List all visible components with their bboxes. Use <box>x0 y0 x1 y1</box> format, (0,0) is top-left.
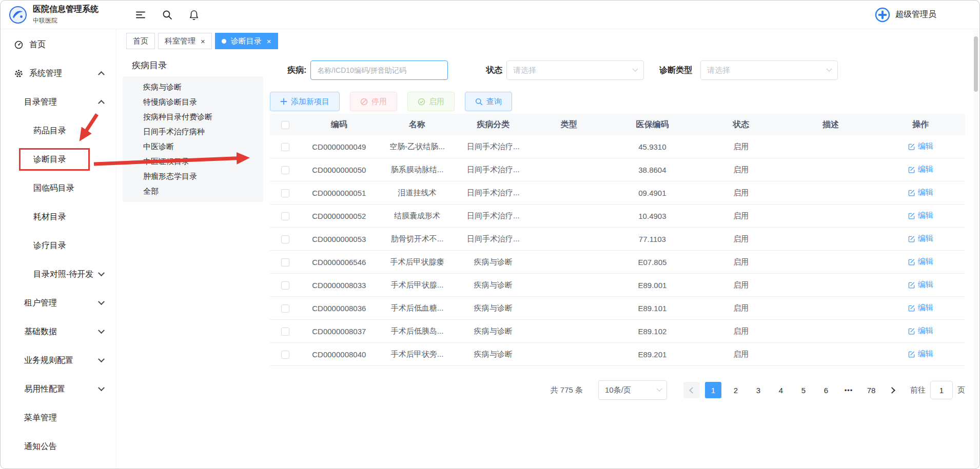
diagnosis-type-select[interactable]: 请选择 <box>700 60 838 80</box>
user-avatar-icon[interactable] <box>874 7 891 23</box>
query-button[interactable]: 查询 <box>465 92 512 111</box>
sidebar-item-tenant-management[interactable]: 租户管理 <box>1 289 116 317</box>
cell-actions: 编辑 <box>876 165 965 175</box>
ban-icon <box>360 98 368 106</box>
enable-button[interactable]: 启用 <box>407 92 455 111</box>
edit-button[interactable]: 编辑 <box>908 303 933 313</box>
cell-actions: 编辑 <box>876 257 965 267</box>
filter-row: 疾病: 状态 请选择 诊断类型 请选择 <box>287 60 965 80</box>
row-checkbox[interactable] <box>281 235 289 243</box>
row-checkbox[interactable] <box>281 328 289 336</box>
sidebar-item-label: 目录对照-待开发 <box>33 269 93 280</box>
sidebar-item-usability-config[interactable]: 易用性配置 <box>1 375 116 403</box>
disease-search-input[interactable] <box>310 60 448 80</box>
sidebar-item-system-management[interactable]: 系统管理 <box>1 59 116 88</box>
catalog-item-4[interactable]: 日间手术治疗病种 <box>123 124 263 139</box>
page-button-78[interactable]: 78 <box>863 382 879 398</box>
notification-bell-icon[interactable] <box>188 9 200 21</box>
tab-home[interactable]: 首页 <box>126 33 155 49</box>
page-size-select[interactable]: 10条/页 <box>598 380 667 400</box>
goto-page-input[interactable] <box>930 381 953 399</box>
tab-diagnosis-catalog[interactable]: 诊断目录× <box>215 33 278 49</box>
cell-insurance-code: 09.4901 <box>608 189 697 197</box>
add-item-button[interactable]: 添加新项目 <box>270 92 340 111</box>
row-checkbox[interactable] <box>281 212 289 220</box>
edit-button[interactable]: 编辑 <box>908 141 933 151</box>
user-area[interactable]: 超级管理员 <box>874 7 936 23</box>
sidebar-item-drug-catalog[interactable]: 药品目录 <box>1 116 116 145</box>
sidebar-item-catalog-management[interactable]: 目录管理 <box>1 88 116 116</box>
sidebar-item-basic-data[interactable]: 基础数据 <box>1 317 116 346</box>
page-button-5[interactable]: 5 <box>795 382 812 398</box>
row-checkbox[interactable] <box>281 166 289 174</box>
cell-actions: 编辑 <box>876 280 965 290</box>
edit-button[interactable]: 编辑 <box>908 211 933 220</box>
table-row: CD0000000049空肠-乙状结肠...日间手术治疗...45.9310启用… <box>270 135 965 158</box>
catalog-title: 疾病目录 <box>123 53 263 76</box>
sidebar-item-treatment-catalog[interactable]: 诊疗目录 <box>1 231 116 260</box>
prev-page-button[interactable] <box>683 382 700 398</box>
scrollbar-thumb[interactable] <box>974 36 978 92</box>
sidebar-item-label: 通知公告 <box>24 441 57 452</box>
tab-close-icon[interactable]: × <box>267 37 271 45</box>
catalog-item-6[interactable]: 中医证候目录 <box>123 154 263 169</box>
page-button-3[interactable]: 3 <box>750 382 767 398</box>
cell-insurance-code: E89.001 <box>608 281 697 290</box>
cell-name: 泪道挂线术 <box>378 188 457 198</box>
edit-label: 编辑 <box>918 141 933 151</box>
edit-button[interactable]: 编辑 <box>908 234 933 243</box>
table-row: CD0000008033手术后甲状腺...疾病与诊断E89.001启用编辑 <box>270 274 965 297</box>
tab-close-icon[interactable]: × <box>201 37 205 45</box>
sidebar-item-catalog-mapping[interactable]: 目录对照-待开发 <box>1 260 116 289</box>
brand-text: 医院信息管理系统 中联医院 <box>33 4 99 25</box>
sidebar-item-label: 基础数据 <box>24 327 57 337</box>
scrollbar[interactable] <box>973 30 978 467</box>
edit-button[interactable]: 编辑 <box>908 280 933 290</box>
page-ellipsis: ••• <box>840 382 857 398</box>
status-select[interactable]: 请选择 <box>506 60 644 80</box>
edit-button[interactable]: 编辑 <box>908 349 933 359</box>
sidebar-item-national-clinical-code-catalog[interactable]: 国临码目录 <box>1 174 116 202</box>
column-header-actions: 操作 <box>876 119 965 130</box>
page-button-2[interactable]: 2 <box>728 382 744 398</box>
sidebar-item-business-rule-config[interactable]: 业务规则配置 <box>1 346 116 375</box>
catalog-item-2[interactable]: 特慢病诊断目录 <box>123 94 263 109</box>
next-page-button[interactable] <box>885 382 901 398</box>
tab-department-management[interactable]: 科室管理× <box>158 33 212 49</box>
catalog-item-7[interactable]: 肿瘤形态学目录 <box>123 169 263 183</box>
row-checkbox[interactable] <box>281 143 289 151</box>
sidebar-item-menu-management[interactable]: 菜单管理 <box>1 403 116 432</box>
chevron-down-icon <box>98 298 105 305</box>
row-checkbox[interactable] <box>281 189 289 197</box>
chevron-left-icon <box>689 387 696 394</box>
menu-toggle-icon[interactable] <box>135 9 146 21</box>
cell-status: 启用 <box>697 327 786 336</box>
page-button-6[interactable]: 6 <box>818 382 834 398</box>
edit-button[interactable]: 编辑 <box>908 257 933 267</box>
edit-icon <box>908 328 915 335</box>
sidebar-item-home[interactable]: 首页 <box>1 30 116 59</box>
search-icon[interactable] <box>162 9 173 21</box>
catalog-item-3[interactable]: 按病种目录付费诊断 <box>123 109 263 124</box>
hospital-name: 中联医院 <box>33 16 99 25</box>
row-checkbox[interactable] <box>281 351 289 359</box>
sidebar-item-diagnosis-catalog[interactable]: 诊断目录 <box>1 145 116 174</box>
catalog-item-8[interactable]: 全部 <box>123 183 263 198</box>
disable-button[interactable]: 停用 <box>350 92 397 111</box>
row-checkbox[interactable] <box>281 304 289 313</box>
cell-category: 日间手术治疗... <box>457 188 530 198</box>
sidebar-item-consumable-catalog[interactable]: 耗材目录 <box>1 202 116 231</box>
page-button-4[interactable]: 4 <box>773 382 789 398</box>
cell-name: 手术后低胰岛... <box>378 327 457 336</box>
row-checkbox[interactable] <box>281 281 289 290</box>
row-checkbox[interactable] <box>281 258 289 267</box>
edit-button[interactable]: 编辑 <box>908 326 933 336</box>
page-button-1[interactable]: 1 <box>705 382 721 398</box>
sidebar-item-notice[interactable]: 通知公告 <box>1 432 116 461</box>
catalog-item-1[interactable]: 疾病与诊断 <box>123 79 263 94</box>
catalog-item-5[interactable]: 中医诊断 <box>123 139 263 154</box>
select-all-checkbox[interactable] <box>281 121 289 129</box>
edit-button[interactable]: 编辑 <box>908 165 933 174</box>
cell-name: 手术后甲状旁... <box>378 350 457 359</box>
edit-button[interactable]: 编辑 <box>908 188 933 197</box>
